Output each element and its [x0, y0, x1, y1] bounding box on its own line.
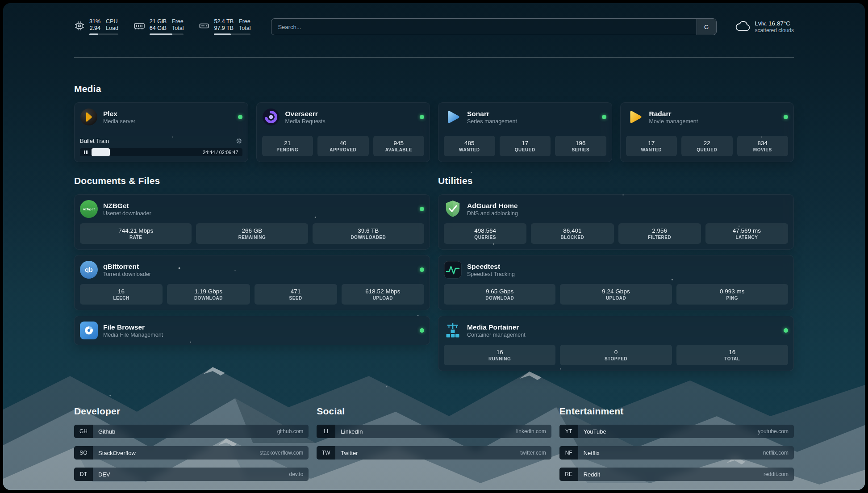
service-name: File Browser: [103, 323, 163, 331]
disk-icon: [199, 21, 209, 33]
status-dot: [602, 115, 606, 119]
service-card-portainer[interactable]: Media Portainer Container management 16R…: [438, 316, 794, 371]
radarr-icon: [626, 108, 644, 126]
overseerr-icon: [262, 108, 280, 126]
now-playing: Bullet Train 24:44 / 02:06:47: [80, 138, 242, 156]
bookmark-stackoverflow[interactable]: SO StackOverflow stackoverflow.com: [74, 446, 309, 460]
bookmark-abbr: YT: [559, 425, 578, 438]
qbittorrent-icon: qb: [80, 261, 98, 279]
cpu-usage-label: CPU: [106, 18, 118, 25]
weather-location: Lviv, 16.87°C: [755, 20, 794, 27]
service-name: AdGuard Home: [467, 201, 518, 210]
stat-box: 485WANTED: [444, 136, 495, 156]
search-provider-button[interactable]: G: [697, 19, 716, 35]
section-heading-social: Social: [317, 406, 551, 417]
speedtest-icon: [444, 261, 462, 279]
bookmark-dev[interactable]: DT DEV dev.to: [74, 468, 309, 481]
service-name: NZBGet: [103, 201, 151, 210]
stat-box: 9.65 GbpsDOWNLOAD: [444, 284, 555, 305]
status-dot: [784, 115, 788, 119]
service-stats: 16LEECH 1.19 GbpsDOWNLOAD 471SEED 618.52…: [80, 284, 424, 305]
system-widgets: 31% CPU 2.94 Load: [74, 18, 250, 35]
disk-progress-bar: [214, 33, 250, 35]
disk-free-label: Free: [239, 18, 250, 25]
service-desc: DNS and adblocking: [467, 210, 518, 217]
bookmark-netflix[interactable]: NF Netflix netflix.com: [559, 446, 794, 460]
stat-box: 9.24 GbpsUPLOAD: [560, 284, 672, 305]
service-desc: Series management: [467, 118, 517, 125]
service-name: Media Portainer: [467, 323, 526, 331]
service-desc: Movie management: [649, 118, 698, 125]
filebrowser-icon: [80, 322, 98, 339]
bookmark-reddit[interactable]: RE Reddit reddit.com: [559, 468, 794, 481]
memory-icon: [134, 21, 145, 33]
disk-total-label: Total: [239, 25, 250, 32]
bookmarks-social: Social LI LinkedIn linkedin.com TW Twitt…: [317, 406, 551, 489]
section-heading-documents: Documents & Files: [74, 175, 430, 186]
status-dot: [420, 115, 424, 119]
playback-progress[interactable]: [92, 148, 199, 156]
stat-box: 834MOVIES: [737, 136, 789, 156]
cpu-load-value: 2.94: [89, 25, 100, 32]
bookmark-abbr: LI: [317, 425, 335, 438]
memory-progress-bar: [150, 33, 184, 35]
service-card-filebrowser[interactable]: File Browser Media File Management: [74, 316, 430, 345]
bookmark-github[interactable]: GH Github github.com: [74, 425, 309, 438]
service-card-overseerr[interactable]: Overseerr Media Requests 21PENDING 40APP…: [256, 102, 430, 162]
service-card-sonarr[interactable]: Sonarr Series management 485WANTED 17QUE…: [438, 102, 612, 162]
cloud-icon: [735, 20, 751, 33]
service-stats: 17WANTED 22QUEUED 834MOVIES: [626, 136, 789, 156]
memory-free-label: Free: [172, 18, 184, 25]
pause-icon[interactable]: [80, 148, 92, 156]
weather-condition: scattered clouds: [755, 27, 794, 34]
bookmark-url: stackoverflow.com: [259, 450, 303, 456]
cpu-widget: 31% CPU 2.94 Load: [74, 18, 118, 35]
bookmark-abbr: RE: [559, 468, 578, 481]
bookmark-abbr: DT: [74, 468, 93, 481]
bookmark-abbr: SO: [74, 446, 93, 460]
bookmark-name: DEV: [98, 471, 110, 478]
bookmark-linkedin[interactable]: LI LinkedIn linkedin.com: [317, 425, 551, 438]
service-card-qbittorrent[interactable]: qb qBittorrent Torrent downloader 16LEEC…: [74, 255, 430, 310]
stat-box: 86,401BLOCKED: [531, 223, 613, 244]
stat-box: 39.6 TBDOWNLOADED: [313, 223, 424, 244]
bookmark-url: youtube.com: [758, 428, 789, 435]
section-heading-developer: Developer: [74, 406, 309, 417]
service-card-speedtest[interactable]: Speedtest Speedtest Tracking 9.65 GbpsDO…: [438, 255, 794, 310]
bookmark-name: Github: [98, 428, 115, 435]
stat-box: 196SERIES: [555, 136, 606, 156]
bookmark-name: Twitter: [341, 450, 358, 456]
stat-box: 16RUNNING: [444, 345, 555, 365]
service-stats: 16RUNNING 0STOPPED 16TOTAL: [444, 345, 788, 365]
service-card-radarr[interactable]: Radarr Movie management 17WANTED 22QUEUE…: [620, 102, 794, 162]
bookmark-youtube[interactable]: YT YouTube youtube.com: [559, 425, 794, 438]
bookmark-url: github.com: [277, 428, 304, 435]
stat-box: 17QUEUED: [500, 136, 551, 156]
service-desc: Media File Management: [103, 331, 163, 338]
status-dot: [420, 328, 424, 333]
bookmark-abbr: GH: [74, 425, 93, 438]
service-desc: Container management: [467, 331, 526, 338]
sonarr-icon: [444, 108, 462, 126]
service-card-plex[interactable]: Plex Media server Bullet Train: [74, 102, 248, 162]
section-heading-entertainment: Entertainment: [559, 406, 794, 417]
service-card-adguard[interactable]: AdGuard Home DNS and adblocking 498,564Q…: [438, 194, 794, 250]
bookmark-twitter[interactable]: TW Twitter twitter.com: [317, 446, 551, 460]
cpu-progress-bar: [89, 33, 118, 35]
stat-box: 618.52 MbpsUPLOAD: [342, 284, 424, 305]
now-playing-title: Bullet Train: [80, 138, 109, 144]
stat-box: 0.993 msPING: [676, 284, 788, 305]
stat-box: 16TOTAL: [676, 345, 788, 365]
stat-box: 17WANTED: [626, 136, 677, 156]
search-input[interactable]: [271, 24, 696, 30]
weather-widget: Lviv, 16.87°C scattered clouds: [735, 20, 794, 34]
gear-icon[interactable]: [236, 138, 242, 144]
service-name: Overseerr: [285, 109, 326, 118]
top-bar: 31% CPU 2.94 Load: [74, 17, 794, 37]
service-card-nzbget[interactable]: nzbget NZBGet Usenet downloader 744.21 M…: [74, 194, 430, 250]
memory-widget: 21 GiB Free 64 GiB Total: [134, 18, 184, 35]
memory-free-value: 21 GiB: [150, 18, 167, 25]
status-dot: [238, 115, 242, 119]
service-name: Plex: [103, 109, 135, 118]
status-dot: [420, 207, 424, 211]
